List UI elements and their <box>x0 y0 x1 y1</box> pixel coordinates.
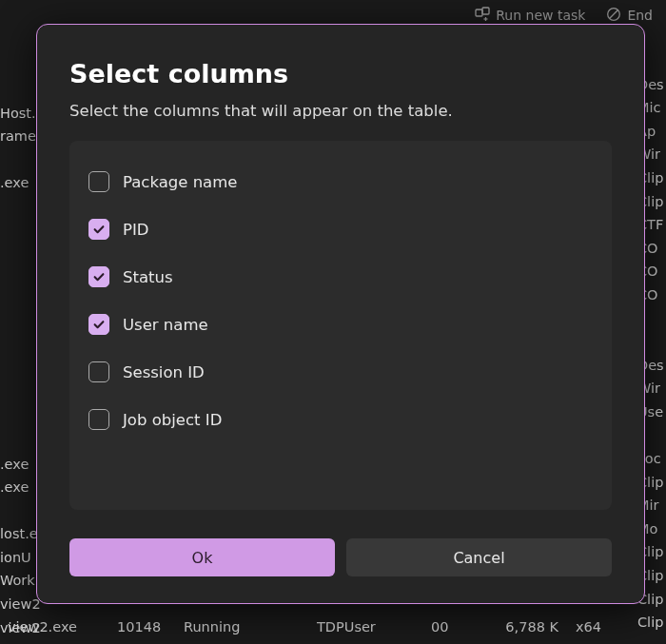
option-label: Status <box>123 268 173 286</box>
option-user-name[interactable]: User name <box>87 301 595 348</box>
checkbox-user-name[interactable] <box>88 314 109 335</box>
checkbox-package-name[interactable] <box>88 171 109 192</box>
cancel-button[interactable]: Cancel <box>346 538 612 576</box>
end-task-button[interactable]: End <box>606 7 653 25</box>
option-status[interactable]: Status <box>87 253 595 301</box>
option-session-id[interactable]: Session ID <box>87 348 595 396</box>
select-columns-dialog: Select columns Select the columns that w… <box>36 24 645 604</box>
dialog-title: Select columns <box>69 59 612 88</box>
cell-memory: 6,788 K <box>480 615 566 638</box>
cell-status: Running <box>176 615 309 638</box>
table-row: view2.exe 10148 Running TDPUser 00 6,788… <box>0 615 666 638</box>
ok-label: Ok <box>192 549 213 567</box>
option-job-object-id[interactable]: Job object ID <box>87 396 595 443</box>
cell-user: TDPUser <box>309 615 423 638</box>
option-label: Job object ID <box>123 411 222 429</box>
bg-left-fragment: view2 <box>0 639 43 644</box>
svg-rect-1 <box>482 8 489 14</box>
cell-pid: 10148 <box>109 615 176 638</box>
end-task-label: End <box>627 8 653 23</box>
option-label: PID <box>123 221 149 239</box>
svg-line-5 <box>610 10 617 17</box>
cancel-label: Cancel <box>453 549 504 567</box>
end-task-icon <box>606 7 621 25</box>
option-pid[interactable]: PID <box>87 205 595 253</box>
option-label: Session ID <box>123 363 205 381</box>
svg-rect-0 <box>476 10 482 16</box>
option-label: Package name <box>123 173 237 191</box>
bg-process-table: view2.exe 10148 Running TDPUser 00 6,788… <box>0 615 666 638</box>
cell-arch: x64 <box>566 615 666 638</box>
cell-session: 00 <box>423 615 480 638</box>
dialog-subtitle: Select the columns that will appear on t… <box>69 102 612 120</box>
run-task-icon <box>475 7 490 25</box>
checkbox-status[interactable] <box>88 266 109 287</box>
dialog-actions: Ok Cancel <box>69 538 612 576</box>
checkbox-session-id[interactable] <box>88 361 109 382</box>
option-label: User name <box>123 316 208 334</box>
run-new-task-label: Run new task <box>496 8 585 23</box>
checkbox-pid[interactable] <box>88 219 109 240</box>
checkbox-job-object-id[interactable] <box>88 409 109 430</box>
cell-name: view2.exe <box>0 615 109 638</box>
ok-button[interactable]: Ok <box>69 538 335 576</box>
options-panel: Package namePIDStatusUser nameSession ID… <box>69 141 612 510</box>
option-package-name[interactable]: Package name <box>87 158 595 205</box>
run-new-task-button[interactable]: Run new task <box>475 7 585 25</box>
